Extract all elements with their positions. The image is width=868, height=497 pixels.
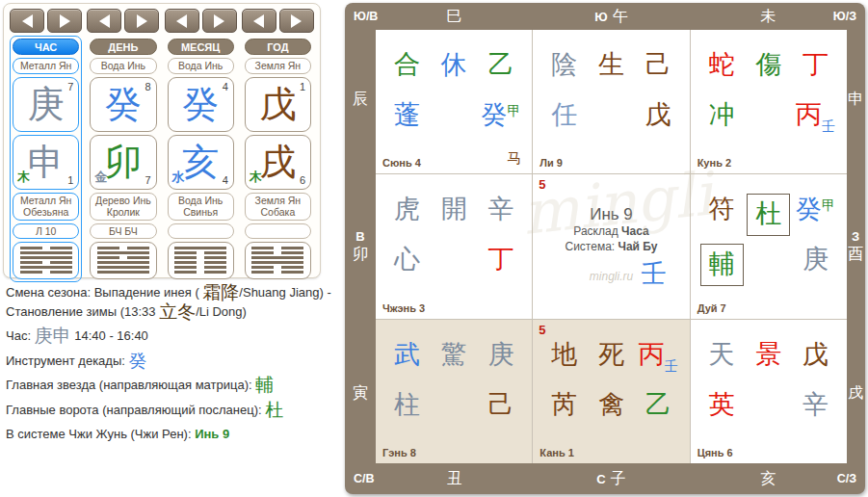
month-prev-button[interactable]	[165, 9, 199, 33]
year-hexagram-cell[interactable]	[245, 242, 311, 279]
day-animal-label: Дерево ИньКролик	[90, 193, 156, 221]
palace-center[interactable]: 5Инь 9Расклад ЧасаСистема: Чай Буmingli.…	[533, 174, 689, 318]
chart-type-line: Расклад Часа	[533, 224, 689, 240]
kun-2-row-1: 蛇傷丁	[698, 49, 839, 82]
palace-char: 傷	[755, 50, 781, 79]
palace-char: 柱	[394, 390, 420, 419]
chart-system-line: Система: Чай Бу	[533, 240, 689, 255]
left-arrow-icon	[253, 14, 264, 28]
month-pillar-group: МЕСЯЦВода Инь癸4亥水4Вода ИньСвинья	[165, 36, 237, 282]
palace-kan-1[interactable]: 5地死丙壬芮禽乙Кань 1	[533, 320, 689, 463]
month-next-button[interactable]	[202, 9, 237, 33]
day-next-button[interactable]	[124, 9, 159, 33]
compass-right-bar: 申 З酉 戌	[846, 30, 865, 463]
compass-left-bar: 辰 В卯 寅	[345, 30, 376, 463]
info-line-6: В системе Чжи Жунь (Чжи Рен): Инь 9	[6, 425, 345, 444]
compass-west-letter: З	[852, 229, 859, 245]
year-stem-number: 1	[300, 81, 305, 92]
palace-char: 合	[394, 50, 420, 79]
palace-char: 丁	[802, 50, 829, 79]
pillar-column-day: ДЕНЬВода Инь癸8卯金7Дерево ИньКроликБЧ БЧ	[87, 9, 159, 282]
palace-char: 心	[394, 245, 420, 274]
tab-month[interactable]: МЕСЯЦ	[168, 39, 234, 55]
left-arrow-icon	[176, 14, 187, 28]
compass-top-branch-2: 未	[690, 3, 847, 30]
year-element-label: Земля Ян	[245, 58, 311, 74]
month-arrow-group	[165, 9, 237, 33]
palace-li-9[interactable]: 陰生己任戊Ли 9	[533, 30, 689, 173]
hour-hexagram-cell[interactable]	[13, 242, 79, 279]
compass-left-branch-bottom: 寅	[353, 383, 368, 404]
gen-8-row-2: 柱己	[383, 389, 524, 422]
tab-hour[interactable]: ЧАС	[13, 39, 79, 55]
month-hexagram-cell[interactable]	[168, 242, 234, 279]
palace-syun-4[interactable]: 合休乙蓬癸甲Сюнь 4马	[376, 30, 532, 173]
tab-day[interactable]: ДЕНЬ	[90, 39, 156, 55]
month-branch-cell: 亥水4	[168, 135, 234, 190]
syun-4-row-1: 合休乙	[383, 49, 524, 82]
palace-duy-7[interactable]: 符杜癸甲輔庚Дуй 7	[691, 174, 847, 318]
right-arrow-icon	[291, 14, 302, 28]
palace-char: 符	[709, 195, 735, 223]
day-stem-number: 8	[145, 81, 150, 92]
hour-element-label: Металл Ян	[13, 58, 79, 74]
hour-stem-cell: 庚7	[13, 77, 79, 132]
palace-char-superscript: 甲	[507, 103, 520, 118]
day-prev-button[interactable]	[87, 9, 121, 33]
palace-char: 癸	[796, 195, 822, 223]
palace-char: 冲	[709, 100, 735, 129]
day-branch-cell: 卯金7	[90, 135, 156, 190]
palace-char: 休	[441, 50, 467, 79]
travel-horse-char: 马	[507, 149, 521, 168]
palace-tsyan-6[interactable]: 天景戊英辛Цянь 6	[691, 320, 847, 463]
compass-top-right-label: Ю/З	[833, 3, 856, 30]
tab-year[interactable]: ГОД	[245, 39, 311, 55]
day-branch-number: 7	[145, 174, 150, 186]
hour-stem-number: 7	[67, 81, 73, 92]
year-pillar-group: ГОДЗемля Ян戊1戌木6Земля ЯнСобака	[242, 36, 314, 282]
compass-top-bar: Ю/В 巳 Ю午 未 Ю/З	[345, 3, 865, 30]
hour-next-button[interactable]	[47, 9, 82, 33]
palace-char: 戊	[802, 340, 829, 369]
palace-char: 乙	[645, 390, 671, 419]
month-stem-number: 4	[223, 81, 228, 92]
compass-bottom-right-label: С/З	[837, 463, 856, 494]
hour-prev-button[interactable]	[10, 9, 44, 33]
compass-left-center-branch: 卯	[353, 245, 368, 264]
kan-1-row-2: 芮禽乙	[540, 389, 681, 422]
month-stem-cell: 癸4	[168, 77, 234, 132]
day-hexagram-icon	[97, 245, 149, 275]
palace-char: 乙	[487, 50, 513, 79]
palace-char: 癸	[481, 100, 507, 129]
year-next-button[interactable]	[279, 9, 314, 33]
chzhen-3-palace-label: Чжэнь 3	[382, 302, 425, 314]
palace-char: 輔	[700, 244, 744, 286]
palace-chzhen-3[interactable]: 虎開辛心丁Чжэнь 3	[376, 174, 532, 318]
palace-char: 陰	[551, 50, 577, 79]
compass-right-branch-top: 申	[848, 90, 863, 110]
compass-right-center-branch: 酉	[848, 245, 863, 264]
palace-char: 開	[441, 195, 467, 223]
day-hexagram-cell[interactable]	[90, 242, 156, 279]
compass-left-branch-top: 辰	[353, 90, 368, 110]
palace-char: 死	[598, 340, 624, 369]
palace-char: 驚	[441, 340, 467, 369]
right-arrow-icon	[60, 14, 70, 28]
day-element-label: Вода Инь	[90, 58, 156, 74]
info-line-1: Смена сезона: Выпадение инея ( 霜降/Shuang…	[6, 283, 345, 321]
kan-1-palace-label: Кань 1	[539, 447, 574, 458]
palace-char: 丙	[639, 340, 665, 369]
palace-char: 景	[755, 340, 781, 369]
day-method-label: БЧ БЧ	[90, 223, 156, 239]
palace-char: 辛	[487, 195, 513, 223]
month-hexagram-icon	[174, 245, 226, 275]
palace-gen-8[interactable]: 武驚庚柱己Гэнь 8	[376, 320, 532, 463]
info-line-4: Главная звезда (направляющая матрица): 輔	[6, 376, 345, 395]
year-prev-button[interactable]	[242, 9, 276, 33]
year-branch-number: 6	[300, 174, 305, 186]
hour-hexagram-icon	[20, 245, 72, 275]
li-9-row-2: 任戊	[540, 99, 681, 132]
year-hexagram-icon	[251, 245, 303, 275]
palace-kun-2[interactable]: 蛇傷丁冲丙壬Кунь 2	[691, 30, 847, 173]
palace-char: 芮	[551, 390, 577, 419]
